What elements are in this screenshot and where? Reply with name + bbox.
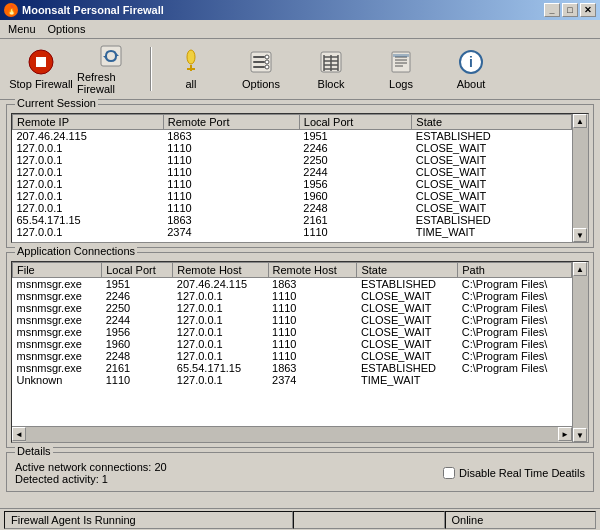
col-state: State	[412, 115, 572, 130]
ac-col-path: Path	[458, 263, 572, 278]
about-button[interactable]: i About	[436, 43, 506, 95]
app-hscrollbar[interactable]: ◄ ►	[12, 426, 572, 442]
all-label: all	[185, 78, 196, 90]
app-scroll-down[interactable]: ▼	[573, 428, 587, 442]
svg-rect-9	[253, 56, 265, 58]
refresh-firewall-icon	[97, 43, 125, 69]
block-icon	[317, 48, 345, 76]
close-button[interactable]: ✕	[580, 3, 596, 17]
block-label: Block	[318, 78, 345, 90]
refresh-firewall-button[interactable]: Refresh Firewall	[76, 43, 146, 95]
ac-col-file: File	[13, 263, 102, 278]
disable-realtime-checkbox-area[interactable]: Disable Real Time Deatils	[443, 467, 585, 479]
table-row: 127.0.0.111102244CLOSE_WAIT	[13, 166, 572, 178]
app-icon: 🔥	[4, 3, 18, 17]
svg-rect-10	[253, 61, 265, 63]
scroll-track[interactable]	[573, 128, 588, 228]
detected-activity: Detected activity: 1	[15, 473, 167, 485]
table-row: msnmsgr.exe2244127.0.0.11110CLOSE_WAITC:…	[13, 314, 572, 326]
details-section: Details Active network connections: 20 D…	[6, 452, 594, 492]
toolbar: Stop Firewall Refresh Firewall all	[0, 39, 600, 100]
current-session-table: Remote IP Remote Port Local Port State 2…	[12, 114, 572, 238]
table-row: msnmsgr.exe1960127.0.0.11110CLOSE_WAITC:…	[13, 338, 572, 350]
scroll-up-arrow[interactable]: ▲	[573, 114, 587, 128]
disable-realtime-label: Disable Real Time Deatils	[459, 467, 585, 479]
col-remote-port: Remote Port	[163, 115, 299, 130]
block-button[interactable]: Block	[296, 43, 366, 95]
app-hscroll-track[interactable]	[26, 427, 558, 442]
menu-bar: Menu Options	[0, 20, 600, 39]
app-scroll-left[interactable]: ◄	[12, 427, 26, 441]
options-icon	[247, 48, 275, 76]
svg-rect-1	[36, 57, 46, 67]
details-info: Active network connections: 20 Detected …	[15, 461, 167, 485]
table-row: 127.0.0.111102248CLOSE_WAIT	[13, 202, 572, 214]
svg-point-13	[265, 60, 269, 64]
app-scroll-up[interactable]: ▲	[573, 262, 587, 276]
table-row: 127.0.0.111101960CLOSE_WAIT	[13, 190, 572, 202]
svg-rect-11	[253, 66, 265, 68]
status-agent: Firewall Agent Is Running	[4, 511, 293, 529]
table-row: 127.0.0.111101956CLOSE_WAIT	[13, 178, 572, 190]
app-scroll-right[interactable]: ►	[558, 427, 572, 441]
active-connections: Active network connections: 20	[15, 461, 167, 473]
svg-point-5	[187, 50, 195, 64]
ac-col-state: State	[357, 263, 458, 278]
disable-realtime-checkbox[interactable]	[443, 467, 455, 479]
app-connections-table: File Local Port Remote Host Remote Host …	[12, 262, 572, 386]
table-row: 127.0.0.123741110TIME_WAIT	[13, 226, 572, 238]
ac-col-remote-host1: Remote Host	[173, 263, 268, 278]
menu-item-menu[interactable]: Menu	[4, 22, 40, 36]
app-scrollbar[interactable]: ▲ ▼	[572, 262, 588, 442]
svg-text:i: i	[469, 54, 473, 70]
logs-label: Logs	[389, 78, 413, 90]
stop-firewall-label: Stop Firewall	[9, 78, 73, 90]
maximize-button[interactable]: □	[562, 3, 578, 17]
app-connections-section: Application Connections File Local Port …	[6, 252, 594, 448]
all-button[interactable]: all	[156, 43, 226, 95]
toolbar-separator-1	[150, 47, 152, 91]
logs-button[interactable]: Logs	[366, 43, 436, 95]
ac-col-remote-host2: Remote Host	[268, 263, 357, 278]
status-mid	[293, 511, 445, 529]
logs-icon	[387, 48, 415, 76]
table-row: 65.54.171.1518632161ESTABLISHED	[13, 214, 572, 226]
table-row: msnmsgr.exe1951207.46.24.1151863ESTABLIS…	[13, 278, 572, 291]
title-bar: 🔥 Moonsalt Personal Firewall _ □ ✕	[0, 0, 600, 20]
table-row: 207.46.24.11518631951ESTABLISHED	[13, 130, 572, 143]
table-row: 127.0.0.111102246CLOSE_WAIT	[13, 142, 572, 154]
scroll-down-arrow[interactable]: ▼	[573, 228, 587, 242]
table-row: 127.0.0.111102250CLOSE_WAIT	[13, 154, 572, 166]
about-icon: i	[457, 48, 485, 76]
current-session-section: Current Session Remote IP Remote Port Lo…	[6, 104, 594, 248]
col-remote-ip: Remote IP	[13, 115, 164, 130]
app-connections-label: Application Connections	[15, 245, 137, 257]
svg-point-14	[265, 65, 269, 69]
status-online: Online	[445, 511, 597, 529]
about-label: About	[457, 78, 486, 90]
window-title: Moonsalt Personal Firewall	[22, 4, 164, 16]
stop-firewall-icon	[27, 48, 55, 76]
col-local-port: Local Port	[299, 115, 412, 130]
options-label: Options	[242, 78, 280, 90]
status-bar: Firewall Agent Is Running Online	[0, 508, 600, 530]
ac-col-local-port: Local Port	[102, 263, 173, 278]
current-session-label: Current Session	[15, 97, 98, 109]
table-row: msnmsgr.exe2248127.0.0.11110CLOSE_WAITC:…	[13, 350, 572, 362]
table-row: msnmsgr.exe216165.54.171.151863ESTABLISH…	[13, 362, 572, 374]
table-row: msnmsgr.exe2246127.0.0.11110CLOSE_WAITC:…	[13, 290, 572, 302]
stop-firewall-button[interactable]: Stop Firewall	[6, 43, 76, 95]
app-scroll-track[interactable]	[573, 276, 588, 428]
session-scrollbar[interactable]: ▲ ▼	[572, 114, 588, 242]
refresh-firewall-label: Refresh Firewall	[77, 71, 145, 95]
options-button[interactable]: Options	[226, 43, 296, 95]
menu-item-options[interactable]: Options	[44, 22, 90, 36]
minimize-button[interactable]: _	[544, 3, 560, 17]
titlebar-buttons: _ □ ✕	[544, 3, 596, 17]
table-row: msnmsgr.exe2250127.0.0.11110CLOSE_WAITC:…	[13, 302, 572, 314]
all-icon	[177, 48, 205, 76]
table-row: Unknown1110127.0.0.12374TIME_WAIT	[13, 374, 572, 386]
details-section-label: Details	[15, 445, 53, 457]
svg-point-12	[265, 55, 269, 59]
table-row: msnmsgr.exe1956127.0.0.11110CLOSE_WAITC:…	[13, 326, 572, 338]
